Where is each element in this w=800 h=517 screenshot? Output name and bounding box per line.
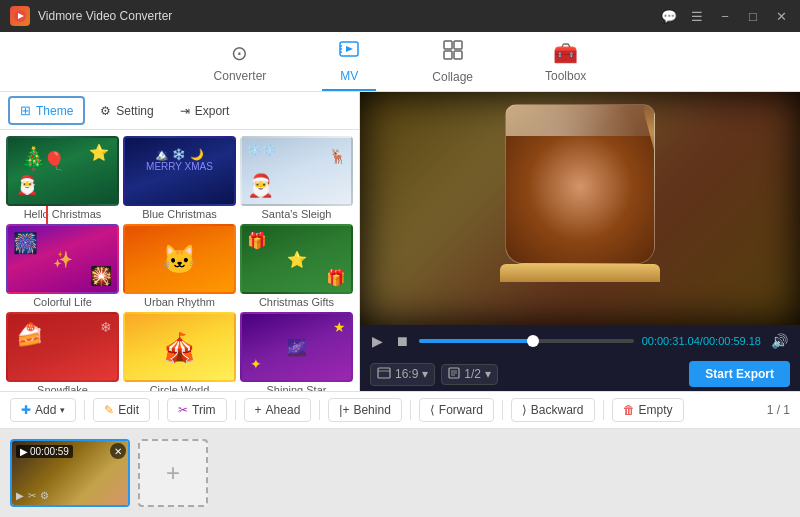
separator-3 <box>235 400 236 420</box>
edit-icon: ✎ <box>104 403 114 417</box>
menu-icon[interactable]: ☰ <box>688 7 706 25</box>
page-selector[interactable]: 1/2 ▾ <box>441 364 498 385</box>
top-nav: ⊙ Converter MV Collage 🧰 Toolbox <box>0 32 800 92</box>
svg-rect-8 <box>444 51 452 59</box>
toolbox-icon: 🧰 <box>553 41 578 65</box>
video-controls2: 16:9 ▾ 1/2 ▾ Start Export <box>360 357 800 391</box>
video-controls2-left: 16:9 ▾ 1/2 ▾ <box>370 363 498 386</box>
add-icon: ✚ <box>21 403 31 417</box>
app-logo <box>10 6 30 26</box>
theme-button[interactable]: ⊞ Theme <box>8 96 85 125</box>
theme-blue-christmas[interactable]: 🏔️ ❄️ 🌙 MERRY XMAS Blue Christmas <box>123 136 236 220</box>
export-icon: ⇥ <box>180 104 190 118</box>
separator-2 <box>158 400 159 420</box>
video-icon: ▶ <box>20 446 28 457</box>
tab-converter-label: Converter <box>214 69 267 83</box>
add-timeline-icon: + <box>166 459 180 487</box>
ahead-label: Ahead <box>266 403 301 417</box>
behind-icon: |+ <box>339 403 349 417</box>
tab-mv-label: MV <box>340 69 358 83</box>
backward-button[interactable]: ⟩ Backward <box>511 398 595 422</box>
start-export-button[interactable]: Start Export <box>689 361 790 387</box>
chat-icon[interactable]: 💬 <box>660 7 678 25</box>
timeline-item-1[interactable]: ▶ 00:00:59 ✕ ▶ ✂ ⚙ <box>10 439 130 507</box>
forward-button[interactable]: ⟨ Forward <box>419 398 494 422</box>
separator-1 <box>84 400 85 420</box>
timeline: ▶ 00:00:59 ✕ ▶ ✂ ⚙ + <box>0 429 800 517</box>
timeline-add-button[interactable]: + <box>138 439 208 507</box>
theme-hello-christmas-label: Hello Christmas <box>24 208 102 220</box>
trim-icon: ✂ <box>178 403 188 417</box>
aspect-ratio-value: 16:9 <box>395 367 418 381</box>
tab-toolbox[interactable]: 🧰 Toolbox <box>529 35 602 89</box>
video-controls: ▶ ⏹ 00:00:31.04/00:00:59.18 🔊 <box>360 325 800 357</box>
theme-urban-rhythm[interactable]: 🐱 Urban Rhythm <box>123 224 236 308</box>
theme-snowflake-label: Snowflake <box>37 384 88 391</box>
aspect-ratio-arrow: ▾ <box>422 367 428 381</box>
theme-snowflake[interactable]: 🍰 ❄ Snowflake <box>6 312 119 391</box>
svg-rect-10 <box>378 368 390 378</box>
video-time: 00:00:31.04/00:00:59.18 <box>642 335 761 347</box>
minimize-button[interactable]: − <box>716 7 734 25</box>
play-small-icon: ▶ <box>16 490 24 501</box>
backward-icon: ⟩ <box>522 403 527 417</box>
aspect-ratio-selector[interactable]: 16:9 ▾ <box>370 363 435 386</box>
ahead-button[interactable]: + Ahead <box>244 398 312 422</box>
volume-button[interactable]: 🔊 <box>769 331 790 351</box>
theme-colorful-life[interactable]: 🎆 🎇 ✨ Colorful Life <box>6 224 119 308</box>
separator-5 <box>410 400 411 420</box>
svg-rect-9 <box>454 51 462 59</box>
trim-button[interactable]: ✂ Trim <box>167 398 227 422</box>
svg-rect-7 <box>454 41 462 49</box>
settings-icon: ⚙ <box>40 490 49 501</box>
separator-4 <box>319 400 320 420</box>
left-toolbar: ⊞ Theme ⚙ Setting ⇥ Export <box>0 92 359 130</box>
ahead-icon: + <box>255 403 262 417</box>
theme-shining-star[interactable]: ★ ✦ 🌌 Shining Star <box>240 312 353 391</box>
trim-label: Trim <box>192 403 216 417</box>
right-panel: ▶ ⏹ 00:00:31.04/00:00:59.18 🔊 16:9 ▾ <box>360 92 800 391</box>
current-time: 00:00:31.04 <box>642 335 700 347</box>
stop-button[interactable]: ⏹ <box>393 331 411 351</box>
maximize-button[interactable]: □ <box>744 7 762 25</box>
tab-toolbox-label: Toolbox <box>545 69 586 83</box>
play-button[interactable]: ▶ <box>370 331 385 351</box>
add-button[interactable]: ✚ Add ▾ <box>10 398 76 422</box>
theme-christmas-gifts[interactable]: 🎁 🎁 ⭐ Christmas Gifts <box>240 224 353 308</box>
theme-santas-sleigh[interactable]: 🦌 🎅 ❄️❄️ Santa's Sleigh <box>240 136 353 220</box>
empty-icon: 🗑 <box>623 403 635 417</box>
progress-bar[interactable] <box>419 339 634 343</box>
theme-blue-christmas-label: Blue Christmas <box>142 208 217 220</box>
forward-icon: ⟨ <box>430 403 435 417</box>
edit-label: Edit <box>118 403 139 417</box>
tab-collage[interactable]: Collage <box>416 33 489 90</box>
progress-fill <box>419 339 533 343</box>
theme-circle-world[interactable]: 🎪 Circle World <box>123 312 236 391</box>
behind-button[interactable]: |+ Behind <box>328 398 402 422</box>
titlebar: Vidmore Video Converter 💬 ☰ − □ ✕ <box>0 0 800 32</box>
timeline-close-button[interactable]: ✕ <box>110 443 126 459</box>
add-label: Add <box>35 403 56 417</box>
setting-label: Setting <box>116 104 153 118</box>
edit-button[interactable]: ✎ Edit <box>93 398 150 422</box>
close-button[interactable]: ✕ <box>772 7 790 25</box>
separator-7 <box>603 400 604 420</box>
timeline-icons: ▶ ✂ ⚙ <box>16 490 49 501</box>
gear-icon: ⚙ <box>100 104 111 118</box>
behind-label: Behind <box>353 403 390 417</box>
theme-shining-star-label: Shining Star <box>267 384 327 391</box>
theme-hello-christmas[interactable]: 🎄 ⭐ 🎅 🎈 Hello Christmas <box>6 136 119 220</box>
theme-urban-rhythm-label: Urban Rhythm <box>144 296 215 308</box>
tab-converter[interactable]: ⊙ Converter <box>198 35 283 89</box>
app-title: Vidmore Video Converter <box>38 9 172 23</box>
mv-icon <box>338 38 360 65</box>
export-button-left[interactable]: ⇥ Export <box>169 98 241 124</box>
theme-santas-sleigh-label: Santa's Sleigh <box>262 208 332 220</box>
tab-mv[interactable]: MV <box>322 32 376 91</box>
cut-icon: ✂ <box>28 490 36 501</box>
titlebar-controls: 💬 ☰ − □ ✕ <box>660 7 790 25</box>
empty-button[interactable]: 🗑 Empty <box>612 398 684 422</box>
page-value: 1/2 <box>464 367 481 381</box>
theme-grid-icon: ⊞ <box>20 103 31 118</box>
setting-button[interactable]: ⚙ Setting <box>89 98 164 124</box>
